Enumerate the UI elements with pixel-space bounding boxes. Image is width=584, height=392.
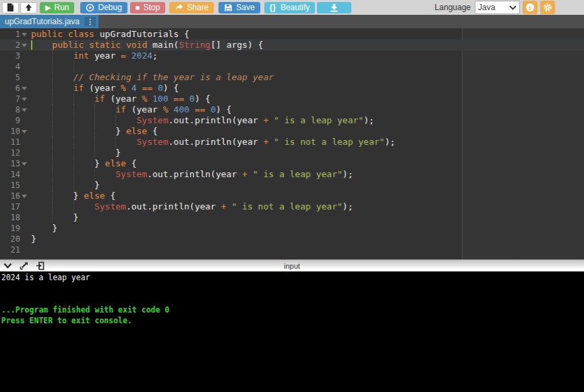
run-button[interactable]: ▶ Run xyxy=(40,2,74,13)
gutter-cell[interactable]: 14 xyxy=(0,169,27,180)
editor-line[interactable]: 17 System.out.println(year + " is not a … xyxy=(0,201,584,212)
gutter-cell[interactable]: 10 xyxy=(0,126,27,137)
settings-button[interactable] xyxy=(540,1,555,14)
chevron-down-icon xyxy=(509,5,517,10)
gutter-cell[interactable]: 11 xyxy=(0,137,27,148)
code-text[interactable]: } xyxy=(27,180,584,191)
gutter-cell[interactable]: 9 xyxy=(0,115,27,126)
code-text[interactable]: } else { xyxy=(27,191,584,201)
code-text[interactable]: } xyxy=(27,234,584,244)
resize-console-button[interactable] xyxy=(20,261,28,270)
gutter-cell[interactable]: 17 xyxy=(0,201,27,212)
gutter-cell[interactable]: 16 xyxy=(0,191,27,201)
editor-line[interactable]: 12 } xyxy=(0,148,584,158)
editor-line[interactable]: 18 } xyxy=(0,212,584,223)
code-text[interactable]: } else { xyxy=(27,158,584,169)
share-button[interactable]: Share xyxy=(169,2,214,13)
debug-button[interactable]: Debug xyxy=(80,2,127,13)
editor-line[interactable]: 20} xyxy=(0,234,584,244)
fold-marker[interactable] xyxy=(22,162,27,166)
gutter-cell[interactable]: 19 xyxy=(0,223,27,234)
code-text[interactable]: System.out.println(year + " is not a lea… xyxy=(27,137,584,148)
upload-arrow-icon xyxy=(24,3,33,12)
code-text[interactable] xyxy=(27,61,584,72)
gutter-cell[interactable]: 12 xyxy=(0,148,27,158)
tab-bar: upGradTutorials.java ⋮ xyxy=(0,15,584,28)
gutter-cell[interactable]: 7 xyxy=(0,94,27,104)
code-text[interactable]: public class upGradTutorials { xyxy=(27,29,584,40)
editor-line[interactable]: 13 } else { xyxy=(0,158,584,169)
editor-line[interactable]: 15 } xyxy=(0,180,584,191)
editor-line[interactable]: 5 // Checking if the year is a leap year xyxy=(0,72,584,83)
gutter-cell[interactable]: 8 xyxy=(0,104,27,115)
code-text[interactable]: System.out.println(year + " is not a lea… xyxy=(27,201,584,212)
editor-line[interactable]: 2 public static void main(String[] args)… xyxy=(0,40,584,51)
code-editor[interactable]: 1public class upGradTutorials {2 public … xyxy=(0,28,584,259)
beautify-button[interactable]: {} Beautify xyxy=(264,2,316,13)
editor-line[interactable]: 16 } else { xyxy=(0,191,584,201)
gutter-cell[interactable]: 20 xyxy=(0,234,27,244)
code-text[interactable]: if (year % 4 == 0) { xyxy=(27,83,584,94)
gutter-cell[interactable]: 18 xyxy=(0,212,27,223)
code-text[interactable]: int year = 2024; xyxy=(27,51,584,61)
fold-marker[interactable] xyxy=(22,44,27,47)
gutter-cell[interactable]: 3 xyxy=(0,51,27,61)
tab-menu-icon[interactable]: ⋮ xyxy=(84,17,96,26)
fold-marker[interactable] xyxy=(22,130,27,133)
upload-button[interactable] xyxy=(20,2,37,13)
gutter-cell[interactable]: 2 xyxy=(0,40,27,51)
code-text[interactable]: } xyxy=(27,223,584,234)
indent-guide xyxy=(94,115,95,126)
code-text[interactable]: System.out.println(year + " is a leap ye… xyxy=(27,169,584,180)
fold-marker[interactable] xyxy=(22,33,27,36)
code-text[interactable]: System.out.println(year + " is a leap ye… xyxy=(27,115,584,126)
code-text[interactable] xyxy=(27,244,584,255)
code-text[interactable]: } xyxy=(27,148,584,158)
info-button[interactable]: i xyxy=(523,1,537,14)
save-button[interactable]: Save xyxy=(218,2,260,13)
code-text[interactable]: if (year % 100 == 0) { xyxy=(27,94,584,104)
editor-line[interactable]: 9 System.out.println(year + " is a leap … xyxy=(0,115,584,126)
run-label: Run xyxy=(54,3,69,11)
gutter-cell[interactable]: 6 xyxy=(0,83,27,94)
editor-line[interactable]: 19 } xyxy=(0,223,584,234)
gutter-cell[interactable]: 1 xyxy=(0,29,27,40)
language-select[interactable]: Java xyxy=(475,1,520,14)
editor-line[interactable]: 4 xyxy=(0,61,584,72)
gutter-cell[interactable]: 21 xyxy=(0,244,27,255)
editor-line[interactable]: 8 if (year % 400 == 0) { xyxy=(0,104,584,115)
fold-marker[interactable] xyxy=(22,98,27,101)
editor-line[interactable]: 11 System.out.println(year + " is not a … xyxy=(0,137,584,148)
editor-line[interactable]: 14 System.out.println(year + " is a leap… xyxy=(0,169,584,180)
gutter-cell[interactable]: 13 xyxy=(0,158,27,169)
paste-button[interactable] xyxy=(36,261,45,270)
code-text[interactable]: } xyxy=(27,212,584,223)
code-text[interactable]: if (year % 400 == 0) { xyxy=(27,104,584,115)
gutter-cell[interactable]: 5 xyxy=(0,72,27,83)
editor-line[interactable]: 3 int year = 2024; xyxy=(0,51,584,61)
line-number: 11 xyxy=(0,137,20,148)
download-button[interactable] xyxy=(317,2,351,13)
editor-line[interactable]: 6 if (year % 4 == 0) { xyxy=(0,83,584,94)
stop-button[interactable]: ■ Stop xyxy=(130,2,165,13)
gutter-cell[interactable]: 4 xyxy=(0,61,27,72)
collapse-console-button[interactable] xyxy=(3,262,12,269)
indent-guide xyxy=(94,169,95,180)
editor-line[interactable]: 10 } else { xyxy=(0,126,584,137)
fold-marker[interactable] xyxy=(22,108,27,112)
editor-line[interactable]: 21 xyxy=(0,244,584,255)
editor-line[interactable]: 7 if (year % 100 == 0) { xyxy=(0,94,584,104)
new-file-button[interactable] xyxy=(2,2,19,13)
gutter-cell[interactable]: 15 xyxy=(0,180,27,191)
code-text[interactable]: public static void main(String[] args) { xyxy=(27,40,584,51)
fold-marker[interactable] xyxy=(22,195,27,198)
fold-marker[interactable] xyxy=(22,87,27,90)
indent-guide xyxy=(52,126,53,137)
tab-upgradtutorials[interactable]: upGradTutorials.java ⋮ xyxy=(0,15,98,28)
editor-line[interactable]: 1public class upGradTutorials { xyxy=(0,29,584,40)
code-text[interactable]: } else { xyxy=(27,126,584,137)
indent-guide xyxy=(74,137,74,148)
code-text[interactable]: // Checking if the year is a leap year xyxy=(27,72,584,83)
console-output[interactable]: 2024 is a leap year ...Program finished … xyxy=(0,271,584,392)
line-number: 9 xyxy=(0,115,20,126)
